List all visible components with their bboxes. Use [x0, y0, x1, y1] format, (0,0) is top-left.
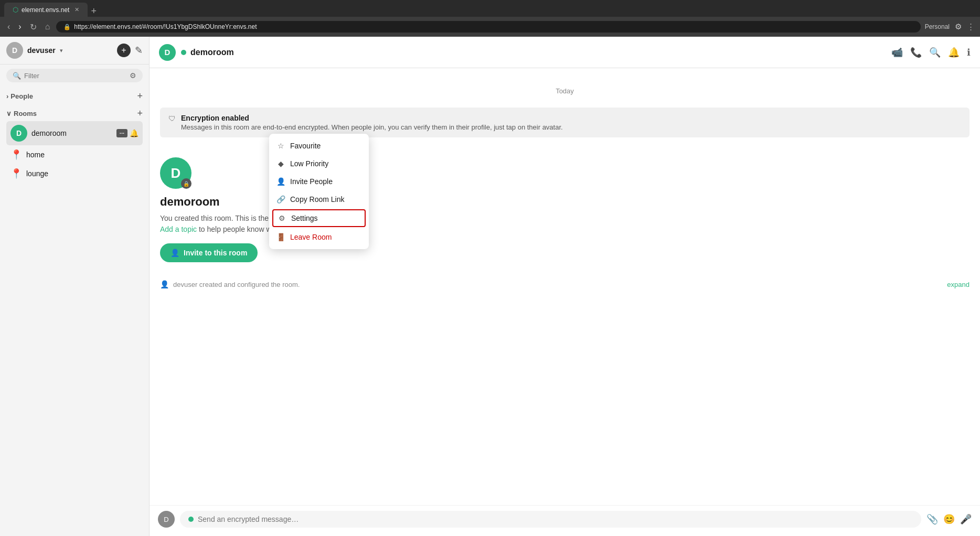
- bell-icon[interactable]: 🔔: [130, 129, 139, 137]
- notification-icon[interactable]: 🔔: [948, 47, 960, 58]
- user-info[interactable]: D devuser ▾: [6, 42, 63, 59]
- room-more-btn-demoroom[interactable]: ···: [116, 129, 127, 137]
- activity-row: 👤 devuser created and configured the roo…: [160, 278, 970, 291]
- address-bar[interactable]: 🔒 https://element.envs.net/#/room/!Us1Yb…: [56, 21, 920, 33]
- emoji-icon[interactable]: 😊: [943, 513, 955, 525]
- search-input-wrap: 🔍 ⚙: [6, 69, 143, 82]
- user-name: devuser: [27, 46, 56, 55]
- room-name-demoroom: demoroom: [31, 129, 67, 137]
- room-item-lounge[interactable]: 📍 lounge: [6, 164, 143, 183]
- search-options-btn[interactable]: ⚙: [130, 71, 136, 80]
- sidebar: D devuser ▾ + ✎ 🔍 ⚙ › People: [0, 37, 150, 536]
- app: D devuser ▾ + ✎ 🔍 ⚙ › People: [0, 37, 980, 536]
- menu-item-leave-room[interactable]: 🚪 Leave Room: [269, 228, 369, 246]
- online-indicator: [181, 50, 186, 55]
- sidebar-search: 🔍 ⚙: [0, 65, 149, 87]
- menu-item-copy-room-link[interactable]: 🔗 Copy Room Link: [269, 190, 369, 208]
- browser-icons: Personal ⚙ ⋮: [925, 22, 975, 31]
- room-header-icons: 📹 📞 🔍 🔔 ℹ: [891, 47, 971, 58]
- people-section-title: › People: [6, 92, 33, 100]
- expand-link[interactable]: expand: [947, 281, 970, 288]
- rooms-section-header[interactable]: ∨ Rooms +: [6, 104, 143, 121]
- voice-msg-icon[interactable]: 🎤: [960, 513, 972, 525]
- home-btn[interactable]: ⌂: [43, 20, 52, 34]
- room-header-name: demoroom: [190, 48, 234, 57]
- room-actions-demoroom: ··· 🔔: [116, 129, 139, 137]
- tab-title: element.envs.net: [22, 6, 69, 14]
- search-icon: 🔍: [13, 72, 21, 80]
- invite-icon: 👤: [276, 177, 285, 186]
- compose-icon[interactable]: ✎: [135, 45, 143, 56]
- attachment-icon[interactable]: 📎: [926, 513, 938, 525]
- forward-btn[interactable]: ›: [16, 20, 23, 34]
- encryption-title: Encryption enabled: [181, 114, 563, 122]
- invite-to-room-btn[interactable]: 👤 Invite to this room: [160, 243, 258, 262]
- room-info-icon[interactable]: ℹ: [967, 47, 971, 58]
- sidebar-header: D devuser ▾ + ✎: [0, 37, 149, 65]
- search-input[interactable]: [24, 72, 126, 80]
- room-avatar-demoroom: D: [10, 125, 27, 142]
- menu-label-favourite: Favourite: [290, 142, 321, 150]
- gear-icon: ⚙: [278, 214, 286, 222]
- menu-label-leave-room: Leave Room: [290, 233, 332, 241]
- people-add-btn[interactable]: +: [137, 91, 143, 102]
- menu-label-low-priority: Low Priority: [290, 159, 328, 168]
- main-content: D demoroom 📹 📞 🔍 🔔 ℹ Today 🛡: [150, 37, 980, 536]
- room-header: D demoroom 📹 📞 🔍 🔔 ℹ: [150, 37, 980, 68]
- lock-icon: 🔒: [63, 24, 71, 30]
- new-tab-btn[interactable]: +: [88, 6, 100, 17]
- invite-btn-icon: 👤: [171, 249, 179, 257]
- invite-btn-label: Invite to this room: [184, 249, 247, 257]
- room-header-avatar: D: [159, 44, 176, 61]
- room-item-demoroom[interactable]: D demoroom ··· 🔔: [6, 121, 143, 145]
- new-chat-btn[interactable]: +: [117, 44, 131, 57]
- context-menu: ☆ Favourite ◆ Low Priority 👤 Invite Peop…: [269, 134, 369, 249]
- msg-input-wrap: [180, 511, 921, 528]
- browser-tab[interactable]: ⬡ element.envs.net ✕: [4, 3, 88, 17]
- leave-icon: 🚪: [276, 233, 285, 241]
- search-room-icon[interactable]: 🔍: [929, 47, 941, 58]
- add-topic-link[interactable]: Add a topic: [160, 225, 197, 233]
- voice-call-icon[interactable]: 📞: [910, 47, 922, 58]
- star-icon: ☆: [276, 142, 285, 150]
- diamond-icon: ◆: [276, 159, 285, 168]
- reload-btn[interactable]: ↻: [28, 20, 39, 34]
- url-text: https://element.envs.net/#/room/!Us1YbgD…: [74, 23, 257, 30]
- encryption-text: Encryption enabled Messages in this room…: [181, 114, 563, 131]
- room-intro-avatar: D 🔒: [160, 157, 191, 189]
- browser-toolbar: ‹ › ↻ ⌂ 🔒 https://element.envs.net/#/roo…: [0, 17, 980, 37]
- expand-chevron-icon: ▾: [60, 47, 63, 54]
- enc-dot: [188, 517, 194, 522]
- room-intro-lock-icon: 🔒: [181, 178, 191, 189]
- menu-icon[interactable]: ⋮: [967, 22, 975, 31]
- message-input-area: D 📎 😊 🎤: [150, 505, 980, 536]
- collapse-arrow-icon: ∨: [6, 110, 12, 117]
- msg-user-avatar: D: [158, 511, 175, 528]
- room-name-home: home: [26, 151, 45, 159]
- rooms-add-btn[interactable]: +: [137, 108, 143, 119]
- profile-label: Personal: [925, 23, 950, 30]
- people-section: › People +: [0, 87, 149, 104]
- encryption-body: Messages in this room are end-to-end enc…: [181, 123, 563, 131]
- activity-text: devuser created and configured the room.: [173, 281, 300, 288]
- message-input[interactable]: [198, 515, 913, 523]
- menu-item-settings[interactable]: ⚙ Settings: [272, 209, 366, 227]
- video-call-icon[interactable]: 📹: [891, 47, 903, 58]
- tab-close-icon[interactable]: ✕: [74, 6, 79, 13]
- room-avatar-home: 📍: [10, 149, 22, 160]
- people-section-header[interactable]: › People +: [6, 87, 143, 104]
- room-item-home[interactable]: 📍 home: [6, 145, 143, 164]
- browser-tabs: ⬡ element.envs.net ✕ +: [0, 0, 980, 17]
- tab-favicon: ⬡: [13, 6, 18, 14]
- room-name-lounge: lounge: [26, 169, 48, 178]
- shield-icon: 🛡: [168, 114, 176, 123]
- user-avatar-letter: D: [12, 46, 17, 55]
- menu-item-favourite[interactable]: ☆ Favourite: [269, 137, 369, 155]
- back-btn[interactable]: ‹: [5, 20, 12, 34]
- user-avatar: D: [6, 42, 23, 59]
- date-divider: Today: [160, 87, 970, 95]
- menu-item-invite-people[interactable]: 👤 Invite People: [269, 173, 369, 190]
- menu-item-low-priority[interactable]: ◆ Low Priority: [269, 155, 369, 173]
- extensions-icon[interactable]: ⚙: [955, 22, 962, 31]
- menu-label-copy-room-link: Copy Room Link: [290, 195, 345, 203]
